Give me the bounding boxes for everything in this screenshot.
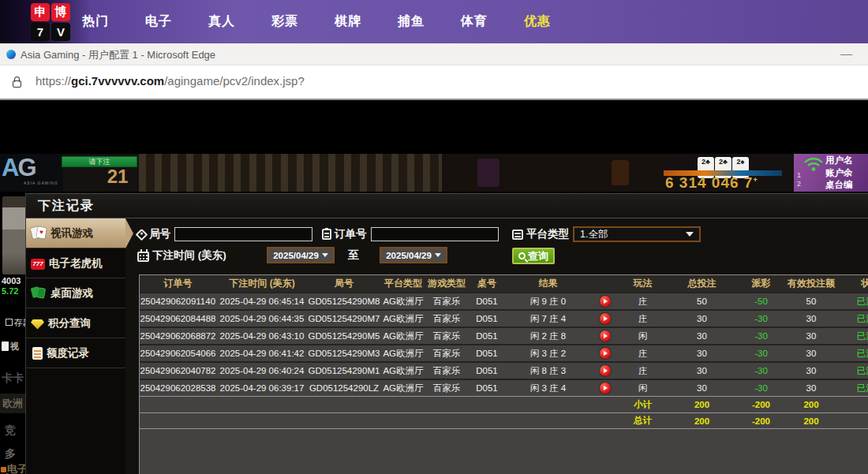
cell: GD051254290LZ — [308, 380, 380, 396]
nav-item-hot[interactable]: 热门 — [82, 13, 109, 30]
sidebar-item-table-games[interactable]: 桌面游戏 — [26, 278, 125, 308]
nav-item-board[interactable]: 棋牌 — [335, 13, 361, 30]
platform-type-value: 1.全部 — [580, 228, 608, 241]
sidebar-item-label: 视讯游戏 — [51, 226, 93, 241]
play-video-button[interactable] — [600, 365, 611, 376]
cell: D051 — [467, 328, 507, 344]
modal-title: 下注记录 — [38, 198, 95, 215]
minimize-button[interactable]: — — [836, 45, 857, 62]
dealer-photo — [2, 196, 26, 274]
cell — [140, 397, 216, 412]
cell: 30 — [783, 363, 840, 379]
background-game-strip: AG ASIA GAMING 请下注 21 2♣ 2♣ 2♠ 6 314 046… — [0, 154, 868, 192]
search-button[interactable]: 查询 — [512, 248, 555, 264]
column-header: 订单号 — [140, 275, 216, 292]
nav-item-live[interactable]: 真人 — [208, 13, 235, 30]
sidebar-item-label: 积分查询 — [48, 316, 91, 330]
nav-item-slots[interactable]: 电子 — [145, 13, 172, 30]
play-video-button[interactable] — [600, 383, 611, 394]
cell: 百家乐 — [426, 380, 467, 396]
play-video-button[interactable] — [600, 348, 611, 359]
platform-type-select[interactable]: 1.全部 — [573, 226, 701, 242]
slot-glow — [477, 159, 499, 187]
cell: 250429062040782 — [140, 363, 216, 379]
site-logo[interactable]: 申 博 7 V — [31, 3, 70, 41]
cell: 30 — [783, 328, 840, 344]
lock-icon[interactable] — [13, 80, 21, 88]
nav-menu: 热门 电子 真人 彩票 棋牌 捕鱼 体育 优惠 — [82, 0, 551, 43]
cell — [426, 413, 467, 428]
table-row: 2504290620844882025-04-29 06:44:35GD0512… — [140, 309, 868, 327]
order-number-label: 订单号 — [322, 227, 367, 241]
order-number-input[interactable] — [371, 227, 499, 241]
play-icon — [604, 386, 608, 390]
cell: 200 — [783, 397, 840, 412]
cell: -30 — [739, 328, 783, 344]
play-video-button[interactable] — [600, 330, 611, 342]
sidebar-item-video-games[interactable]: 视讯游戏 — [26, 218, 125, 248]
cell: -30 — [739, 311, 783, 327]
url-text[interactable]: https://gci.7vvvvvv.com/agingame/pcv2/in… — [36, 74, 305, 88]
cell — [589, 397, 621, 412]
cell: 庄 — [621, 363, 664, 379]
sidebar-item-label: 电子老虎机 — [49, 256, 103, 271]
sidebar-item-points-inquiry[interactable]: 积分查询 — [26, 308, 125, 338]
cell: -30 — [739, 380, 783, 396]
cell: 200 — [664, 413, 739, 428]
cell: -30 — [739, 363, 783, 379]
url-domain: gci.7vvvvvv.com — [71, 74, 164, 88]
date-to-picker[interactable]: 2025/04/29 — [380, 247, 447, 263]
cell: 50 — [783, 293, 840, 309]
cell — [840, 413, 868, 428]
cell: 闲 9 庄 0 — [507, 293, 589, 309]
play-video-button[interactable] — [600, 296, 611, 307]
round-number-label: 局号 — [137, 227, 170, 241]
table-games-icon — [31, 286, 47, 300]
cell: 百家乐 — [426, 293, 467, 309]
window-titlebar: Asia Gaming - 用户配置 1 - Microsoft Edge — — [0, 43, 868, 65]
calendar-icon — [137, 252, 149, 262]
jackpot-suffix: + — [753, 176, 758, 184]
cell: 2025-04-29 06:41:42 — [216, 345, 308, 361]
column-header: 派彩 — [739, 275, 783, 292]
diamond-icon — [31, 319, 44, 330]
background-texture — [139, 154, 442, 192]
nav-item-sports[interactable]: 体育 — [461, 13, 488, 30]
cell: 已派彩 — [840, 311, 868, 327]
cell: 2025-04-29 06:44:35 — [216, 311, 308, 327]
cell: 250429062091140 — [140, 293, 216, 309]
cell — [308, 413, 380, 428]
table-row: 2504290620688722025-04-29 06:43:10GD0512… — [140, 327, 868, 344]
play-video-button[interactable] — [600, 313, 611, 324]
cell — [308, 397, 380, 412]
cell — [380, 397, 426, 412]
cell: 250429062084488 — [140, 311, 216, 327]
cell: 30 — [783, 345, 840, 361]
account-panel: 12 用户名 账户余 桌台编 — [794, 154, 868, 192]
ag-logo-text: AG — [2, 154, 36, 182]
slot-glow — [612, 160, 629, 185]
round-number-input[interactable] — [174, 227, 312, 241]
sidebar-item-slot-machines[interactable]: 777 电子老虎机 — [26, 248, 125, 278]
date-from-picker[interactable]: 2025/04/29 — [267, 247, 335, 263]
cell: GD051254290M5 — [308, 328, 380, 344]
cell: D051 — [467, 380, 507, 396]
play-icon — [604, 351, 608, 356]
cell: AG欧洲厅 — [380, 293, 426, 309]
nav-item-promo[interactable]: 优惠 — [524, 13, 551, 30]
cell: 百家乐 — [426, 311, 467, 327]
cell — [140, 413, 216, 428]
column-header: 结果 — [507, 275, 589, 292]
nav-item-fishing[interactable]: 捕鱼 — [398, 13, 425, 30]
cell: 总计 — [621, 413, 664, 428]
playing-cards-icon — [31, 226, 47, 241]
countdown-timer: 21 — [101, 166, 134, 188]
cell: D051 — [467, 363, 507, 379]
cell: D051 — [467, 293, 507, 309]
cell — [589, 413, 621, 428]
nav-item-lottery[interactable]: 彩票 — [271, 13, 298, 30]
address-bar[interactable]: https://gci.7vvvvvv.com/agingame/pcv2/in… — [0, 65, 868, 100]
sidebar-item-quota-records[interactable]: 额度记录 — [26, 338, 125, 368]
cell: 闲 8 庄 3 — [507, 363, 589, 379]
bet-time-label: 下注时间 (美东) — [137, 248, 226, 263]
